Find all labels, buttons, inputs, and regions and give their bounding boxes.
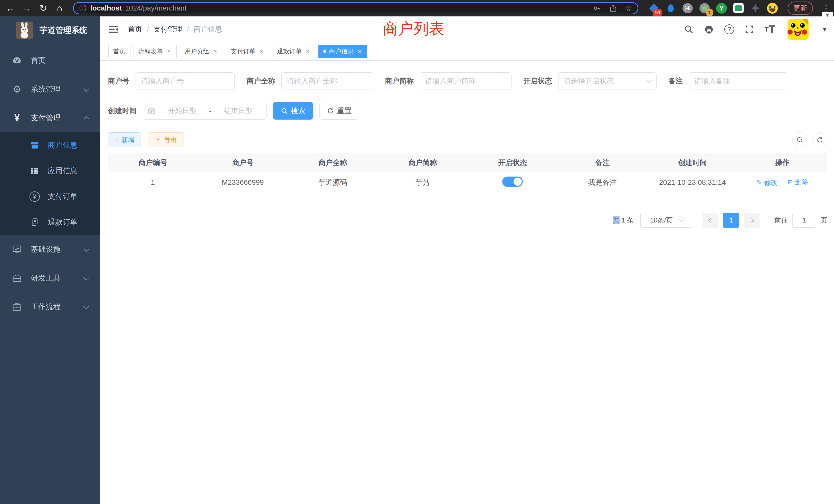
sidebar-item-refund-order[interactable]: 退款订单 <box>0 209 100 235</box>
start-date-placeholder[interactable]: 开始日期 <box>159 106 205 116</box>
end-date-placeholder[interactable]: 结束日期 <box>215 106 262 116</box>
share-icon[interactable] <box>609 4 617 12</box>
prev-page-button[interactable] <box>703 213 719 228</box>
status-toggle[interactable] <box>502 177 523 187</box>
url-path: :1024/pay/merchant <box>123 4 187 12</box>
search-icon[interactable] <box>684 24 694 34</box>
breadcrumb-pay[interactable]: 支付管理 <box>154 24 182 34</box>
sidebar-item-merchant-info[interactable]: 商户信息 <box>0 132 100 158</box>
browser-forward-icon[interactable]: → <box>22 0 32 17</box>
merchant-name-input[interactable] <box>281 72 373 90</box>
breadcrumb-home[interactable]: 首页 <box>128 24 142 34</box>
extension-recorder-icon[interactable]: 1 <box>699 3 710 14</box>
close-icon[interactable]: × <box>166 48 172 55</box>
monitor-icon <box>11 244 23 255</box>
sidebar-item-home[interactable]: 首页 <box>0 46 100 75</box>
pay-submenu: 商户信息 应用信息 ¥ 支付订单 <box>0 132 100 235</box>
sidebar-item-label: 研发工具 <box>31 273 61 283</box>
sidebar-item-pay[interactable]: ¥ 支付管理 <box>0 104 100 132</box>
remark-input[interactable] <box>689 72 787 90</box>
goto-page-input[interactable] <box>792 213 816 228</box>
total-prefix: 共 <box>613 216 620 224</box>
tab-process-form[interactable]: 流程表单 × <box>133 45 177 58</box>
pagination-total: 共 1 条 <box>613 216 634 225</box>
toggle-search-button[interactable] <box>792 132 807 147</box>
tab-label: 流程表单 <box>138 47 163 55</box>
search-button[interactable]: 搜索 <box>273 102 313 120</box>
delete-link[interactable]: 删除 <box>787 178 808 187</box>
refresh-button[interactable] <box>812 132 827 147</box>
sidebar-collapse-icon[interactable] <box>108 24 119 35</box>
reset-button[interactable]: 重置 <box>320 102 359 120</box>
sidebar-item-app-info[interactable]: 应用信息 <box>0 158 100 184</box>
page-size-select[interactable]: 10条/页 <box>640 213 692 228</box>
trash-icon <box>787 179 793 185</box>
close-icon[interactable]: × <box>259 48 264 55</box>
goto-label: 前往 <box>774 216 788 225</box>
extension-y-icon[interactable]: Y <box>716 3 727 14</box>
address-bar[interactable]: ⓘ localhost :1024/pay/merchant ☆ <box>73 2 638 14</box>
next-page-button[interactable] <box>744 213 760 228</box>
sidebar-item-label: 基础设施 <box>31 244 61 255</box>
extension-pinwheel-icon[interactable] <box>750 3 761 14</box>
font-size-icon[interactable]: TT <box>764 24 775 35</box>
sidebar-item-system[interactable]: ⚙ 系统管理 <box>0 75 100 104</box>
extension-diamond-icon[interactable]: 10 <box>648 3 659 14</box>
sidebar-item-pay-order[interactable]: ¥ 支付订单 <box>0 184 100 209</box>
merchant-short-label: 商户简称 <box>385 76 414 86</box>
tab-home[interactable]: 首页 <box>108 45 130 58</box>
search-form-row-1: 商户号 商户全称 商户简称 开启状态 <box>108 72 827 90</box>
github-icon[interactable] <box>704 24 714 35</box>
extension-kite-icon[interactable] <box>665 3 676 14</box>
page-1-button[interactable]: 1 <box>723 213 739 228</box>
create-time-range-picker[interactable]: 开始日期 - 结束日期 <box>143 102 266 120</box>
sidebar-menu: 首页 ⚙ 系统管理 ¥ 支付管理 <box>0 46 100 321</box>
avatar-caret-icon[interactable]: ▾ <box>823 25 826 33</box>
help-icon[interactable]: ? <box>724 24 734 34</box>
password-key-icon[interactable] <box>593 4 601 13</box>
merchant-no-input[interactable] <box>136 72 235 90</box>
extension-emoji-icon[interactable] <box>767 3 778 14</box>
merchant-short-input[interactable] <box>420 72 511 90</box>
tab-pay-order[interactable]: 支付订单 × <box>226 45 269 58</box>
app-title: 芋道管理系统 <box>40 25 87 36</box>
extension-command-icon[interactable]: ⌘ <box>682 3 693 14</box>
tab-label: 支付订单 <box>231 47 256 55</box>
browser-back-icon[interactable]: ← <box>5 0 16 17</box>
shop-icon <box>29 140 41 150</box>
cell-actions: ✎ 修改 删除 <box>738 178 827 188</box>
download-icon <box>155 137 161 143</box>
sidebar-item-workflow[interactable]: 工作流程 <box>0 293 100 321</box>
extension-chat-icon[interactable] <box>733 3 744 14</box>
close-icon[interactable]: × <box>212 48 218 55</box>
sidebar-item-infra[interactable]: 基础设施 <box>0 235 100 264</box>
plus-icon: + <box>115 136 119 144</box>
sidebar-logo[interactable]: 芋道管理系统 <box>0 17 100 44</box>
cell-merchant-id: 1 <box>108 178 198 187</box>
edit-link[interactable]: ✎ 修改 <box>756 178 777 187</box>
chrome-update-button[interactable]: 更新 <box>788 2 813 15</box>
site-info-icon[interactable]: ⓘ <box>79 4 86 13</box>
tab-refund-order[interactable]: 退款订单 × <box>272 45 315 58</box>
add-button[interactable]: + 新增 <box>108 132 141 147</box>
tab-user-group[interactable]: 用户分组 × <box>180 45 223 58</box>
fullscreen-icon[interactable] <box>744 24 754 34</box>
merchant-name-label: 商户全称 <box>246 76 275 86</box>
avatar[interactable] <box>788 19 809 40</box>
close-icon[interactable]: × <box>305 48 310 55</box>
merchant-no-label: 商户号 <box>108 76 129 86</box>
table-header-row: 商户编号 商户号 商户全称 商户简称 开启状态 备注 创建时间 操作 <box>108 154 827 172</box>
export-button[interactable]: 导出 <box>148 132 184 147</box>
sidebar-item-dev-tools[interactable]: 研发工具 <box>0 264 100 293</box>
calendar-icon <box>148 107 155 115</box>
status-select[interactable] <box>558 72 657 90</box>
close-icon[interactable]: × <box>357 48 362 55</box>
tab-merchant-info[interactable]: 商户信息 × <box>319 45 367 58</box>
merchant-table: 商户编号 商户号 商户全称 商户简称 开启状态 备注 创建时间 操作 1 M23… <box>108 154 827 193</box>
bookmark-star-icon[interactable]: ☆ <box>625 4 632 13</box>
browser-reload-icon[interactable]: ↻ <box>38 0 48 17</box>
logo-rabbit-image <box>16 22 34 39</box>
breadcrumb-current: 商户信息 <box>194 24 222 34</box>
scrollbar-caret-icon[interactable]: ▾ <box>822 12 833 19</box>
browser-home-icon[interactable]: ⌂ <box>54 0 65 17</box>
